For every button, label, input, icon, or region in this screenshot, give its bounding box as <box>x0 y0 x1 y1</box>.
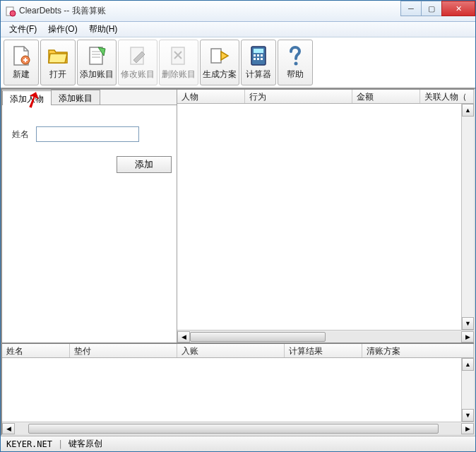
menu-help[interactable]: 帮助(H) <box>83 22 124 37</box>
edit-account-button: 修改账目 <box>118 40 157 85</box>
help-button[interactable]: 帮助 <box>278 40 313 85</box>
help-icon <box>284 44 307 67</box>
tab-add-account[interactable]: 添加账目 <box>51 90 100 105</box>
left-panel: 添加人物 添加账目 ➚ 姓名 添加 <box>2 90 177 343</box>
col-person[interactable]: 人物 <box>177 90 245 103</box>
col-clear-plan[interactable]: 清账方案 <box>362 344 474 357</box>
scroll-right-icon[interactable]: ▶ <box>461 423 474 434</box>
svg-rect-11 <box>254 49 263 53</box>
col-calc-result[interactable]: 计算结果 <box>285 344 362 357</box>
app-icon <box>5 6 16 17</box>
maximize-button[interactable]: ▢ <box>421 1 442 16</box>
new-file-icon <box>10 44 32 67</box>
accounts-list: 人物 行为 金额 关联人物（ ▲ ▼ ◀ ▶ <box>177 90 474 343</box>
calculator-label: 计算器 <box>246 69 271 81</box>
new-button[interactable]: 新建 <box>4 40 39 85</box>
open-label: 打开 <box>49 69 66 81</box>
delete-account-label: 删除账目 <box>162 69 196 81</box>
vertical-scrollbar-lower[interactable]: ▲ ▼ <box>461 358 474 422</box>
name-input[interactable] <box>36 126 139 142</box>
scroll-down-icon[interactable]: ▼ <box>462 409 474 422</box>
col-action[interactable]: 行为 <box>245 90 352 103</box>
add-button[interactable]: 添加 <box>117 156 172 173</box>
scroll-down-icon[interactable]: ▼ <box>462 317 474 330</box>
summary-list: 姓名 垫付 入账 计算结果 清账方案 ▲ ▼ ◀ ▶ <box>2 343 474 434</box>
col-related[interactable]: 关联人物（ <box>420 90 474 103</box>
open-button[interactable]: 打开 <box>40 40 76 85</box>
menu-operate[interactable]: 操作(O) <box>42 22 83 37</box>
svg-rect-16 <box>257 58 259 60</box>
titlebar: ClearDebts -- 我善算账 ─ ▢ ✕ <box>1 1 475 22</box>
folder-open-icon <box>47 44 69 67</box>
col-amount[interactable]: 金额 <box>352 90 420 103</box>
delete-page-icon <box>167 44 190 67</box>
menu-file[interactable]: 文件(F) <box>4 22 42 37</box>
svg-rect-13 <box>257 54 259 56</box>
delete-account-button: 删除账目 <box>159 40 198 85</box>
tab-add-person[interactable]: 添加人物 <box>2 90 52 105</box>
calculator-button[interactable]: 计算器 <box>241 40 276 85</box>
svg-rect-15 <box>254 58 256 60</box>
new-label: 新建 <box>13 69 30 81</box>
add-account-button[interactable]: 添加账目 <box>77 40 117 85</box>
close-button[interactable]: ✕ <box>441 1 475 16</box>
svg-rect-17 <box>261 58 263 60</box>
summary-list-body[interactable] <box>2 358 461 422</box>
accounts-list-body[interactable] <box>177 104 461 330</box>
status-credit: 键客原创 <box>69 438 102 450</box>
generate-icon <box>208 44 231 67</box>
generate-plan-button[interactable]: 生成方案 <box>200 40 239 85</box>
svg-rect-14 <box>261 54 263 56</box>
help-label: 帮助 <box>287 69 304 81</box>
generate-plan-label: 生成方案 <box>203 69 237 81</box>
vertical-scrollbar[interactable]: ▲ ▼ <box>461 104 474 330</box>
name-label: 姓名 <box>12 129 29 141</box>
edit-page-icon <box>126 44 149 67</box>
calculator-icon <box>247 44 270 67</box>
add-page-icon <box>85 44 108 67</box>
status-site: KEYER.NET <box>6 439 52 449</box>
svg-rect-9 <box>211 49 221 63</box>
scroll-up-icon[interactable]: ▲ <box>462 358 474 371</box>
svg-point-1 <box>10 11 16 16</box>
scroll-left-icon[interactable]: ◀ <box>2 423 15 434</box>
svg-point-18 <box>294 62 298 66</box>
horizontal-scrollbar-upper[interactable]: ◀ ▶ <box>177 330 474 343</box>
scroll-left-icon[interactable]: ◀ <box>177 331 190 343</box>
status-separator: | <box>58 439 63 449</box>
edit-account-label: 修改账目 <box>121 69 155 81</box>
scroll-up-icon[interactable]: ▲ <box>462 104 474 117</box>
svg-rect-12 <box>254 54 256 56</box>
toolbar: 新建 打开 添加账目 修改账目 删除账目 生成方案 计算器 帮助 <box>1 37 475 88</box>
add-account-label: 添加账目 <box>80 69 114 81</box>
horizontal-scrollbar-lower[interactable]: ◀ ▶ <box>2 422 474 434</box>
window-title: ClearDebts -- 我善算账 <box>19 5 401 17</box>
statusbar: KEYER.NET | 键客原创 <box>1 436 475 451</box>
col-received[interactable]: 入账 <box>177 344 285 357</box>
menubar: 文件(F) 操作(O) 帮助(H) <box>1 22 475 37</box>
col-paid[interactable]: 垫付 <box>70 344 177 357</box>
minimize-button[interactable]: ─ <box>400 1 422 16</box>
col-name[interactable]: 姓名 <box>2 344 70 357</box>
scroll-right-icon[interactable]: ▶ <box>461 331 474 343</box>
